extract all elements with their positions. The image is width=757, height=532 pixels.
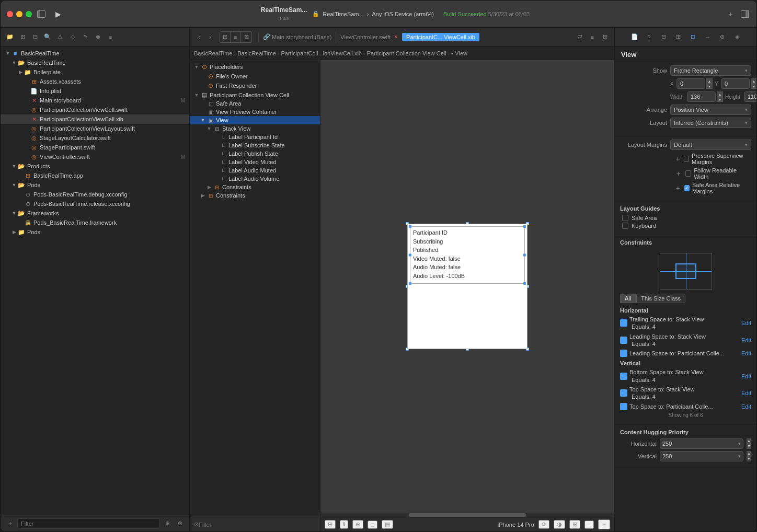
constraints-button[interactable]: ⊕: [352, 520, 363, 529]
inner-handle-ml[interactable]: [409, 254, 411, 257]
breadcrumb-item-5[interactable]: ▪ View: [451, 50, 467, 56]
outline-item-stackview[interactable]: ▼ ⊟ Stack View: [190, 124, 320, 133]
maximize-button[interactable]: [26, 11, 32, 17]
zoom-out-button[interactable]: −: [584, 521, 594, 529]
back-button[interactable]: ‹: [194, 32, 204, 42]
file-nav-button[interactable]: 📁: [5, 32, 15, 42]
w-up[interactable]: ▲: [717, 91, 723, 97]
preserve-superview-checkbox[interactable]: [684, 156, 689, 162]
tree-item-boilerplate[interactable]: ▶ 📁 Boilerplate: [1, 67, 189, 77]
breakpoint-nav-button[interactable]: ⊗: [93, 32, 103, 42]
constraint-edit-button[interactable]: Edit: [741, 373, 751, 379]
code-review-button[interactable]: ⇄: [575, 32, 585, 42]
quick-help-button[interactable]: ?: [644, 32, 655, 42]
outline-item-label-pid[interactable]: L Label Participant Id: [190, 133, 320, 141]
bindings-inspector-button[interactable]: ⊛: [717, 32, 728, 42]
inner-handle-tl[interactable]: [409, 225, 411, 228]
safe-area-checkbox[interactable]: ✓: [684, 185, 690, 191]
preview-button[interactable]: □: [368, 521, 377, 529]
right-sidebar-toggle[interactable]: [740, 9, 750, 19]
tree-item-pods-group[interactable]: ▼ 📂 Pods: [1, 180, 189, 190]
arrange-select[interactable]: Position View ▾: [670, 105, 751, 115]
width-stepper[interactable]: ▲ ▼: [717, 91, 723, 102]
outline-item-placeholders[interactable]: ▼ ⊙ Placeholders: [190, 62, 320, 72]
outline-item-filesowner[interactable]: ⊙ File's Owner: [190, 72, 320, 81]
connections-inspector-button[interactable]: →: [703, 32, 713, 42]
outline-item-constraints-inner[interactable]: ▶ ⊟ Constraints: [190, 183, 320, 191]
v-pri-down[interactable]: ▼: [747, 456, 751, 461]
horizontal-priority-select[interactable]: 250 ▾: [660, 438, 743, 449]
preserve-expand[interactable]: +: [674, 155, 681, 163]
v-priority-stepper[interactable]: ▲ ▼: [747, 451, 751, 461]
constraint-edit-button[interactable]: Edit: [741, 350, 751, 356]
appearance-button[interactable]: ◑: [554, 520, 565, 529]
y-stepper[interactable]: ▲ ▼: [751, 78, 756, 89]
list-view-button[interactable]: ≡: [231, 32, 241, 42]
tree-item-basicrealtime-root[interactable]: ▼ ■ BasicRealTime: [1, 49, 189, 58]
outline-item-view[interactable]: ▼ ▣ View: [190, 116, 320, 124]
w-down[interactable]: ▼: [717, 97, 723, 102]
symbol-nav-button[interactable]: ⊟: [30, 32, 40, 42]
source-control-button[interactable]: ⊞: [17, 32, 28, 42]
related-files[interactable]: 🔗 Main.storyboard (Base): [263, 33, 331, 40]
size-inspector-button[interactable]: ⊡: [688, 32, 698, 42]
follow-readable-checkbox[interactable]: [685, 170, 692, 177]
tree-item-pvc-swift[interactable]: ◎ ParticipantCollectionViewCell.swift: [1, 105, 189, 114]
tree-item-pods2[interactable]: ▶ 📁 Pods: [1, 227, 189, 237]
breadcrumb-item-4[interactable]: Participant Collection View Cell: [367, 50, 446, 56]
size-class-button[interactable]: ⊞: [569, 520, 580, 529]
add-file-button[interactable]: ＋: [5, 518, 15, 529]
attributes-inspector-button[interactable]: ⊞: [673, 32, 684, 42]
tree-item-release-config[interactable]: ⊙ Pods-BasicRealTime.release.xcconfig: [1, 199, 189, 209]
constraint-edit-button[interactable]: Edit: [741, 337, 751, 343]
close-button[interactable]: [7, 11, 13, 17]
layout-select[interactable]: Inferred (Constraints) ▾: [670, 118, 751, 128]
device-selector[interactable]: 🔒 RealTimeSam... › Any iOS Device (arm64…: [312, 10, 434, 17]
tree-item-slc-swift[interactable]: ◎ StageLayoutCalculator.swift: [1, 133, 189, 143]
tree-item-debug-config[interactable]: ⊙ Pods-BasicRealTime.debug.xcconfig: [1, 190, 189, 199]
safe-area-expand[interactable]: +: [674, 184, 682, 192]
h-pri-down[interactable]: ▼: [747, 444, 751, 449]
minimap-button[interactable]: ⊞: [600, 32, 610, 42]
info-button[interactable]: ℹ: [340, 520, 348, 529]
compare-view-button[interactable]: ⊠: [241, 32, 251, 42]
sidebar-toggle-button[interactable]: [36, 9, 47, 19]
breadcrumb-item-3[interactable]: ParticipantColl...ionViewCell.xib: [281, 50, 361, 56]
outline-item-cell[interactable]: ▼ ▤ Participant Collection View Cell: [190, 90, 320, 99]
find-button[interactable]: 🔍: [42, 32, 53, 42]
tree-item-sp-swift[interactable]: ◎ StageParticipant.swift: [1, 143, 189, 152]
filter-recent-button[interactable]: ⊗: [175, 518, 185, 529]
tree-item-pvcl-swift[interactable]: ◎ ParticipantCollectionViewLayout.swift: [1, 124, 189, 133]
run-button[interactable]: ▶: [51, 8, 65, 20]
x-up[interactable]: ▲: [706, 78, 713, 84]
tree-item-basicrealtime[interactable]: ▼ 📂 BasicRealTime: [1, 58, 189, 67]
constraint-edit-button[interactable]: Edit: [741, 403, 751, 410]
constraint-edit-button[interactable]: Edit: [741, 390, 751, 396]
tree-item-framework[interactable]: 🏛 Pods_BasicRealTime.framework: [1, 218, 189, 227]
tree-item-pvc-xib[interactable]: ✕ ParticipantCollectionViewCell.xib: [1, 114, 189, 124]
outline-item-label-pub[interactable]: L Label Publish State: [190, 149, 320, 158]
inner-handle-br[interactable]: [523, 282, 526, 285]
viewcontroller-tab[interactable]: ViewController.swift: [340, 34, 391, 40]
v-pri-up[interactable]: ▲: [747, 451, 751, 456]
tree-item-app[interactable]: ⊞ BasicRealTime.app: [1, 171, 189, 180]
x-down[interactable]: ▼: [706, 84, 713, 89]
h-priority-stepper[interactable]: ▲ ▼: [747, 438, 751, 449]
active-tab[interactable]: ParticipantC... ViewCell.xib: [402, 33, 479, 41]
width-field[interactable]: 136: [687, 91, 716, 102]
forward-button[interactable]: ›: [205, 32, 215, 42]
sidebar-filter-input[interactable]: [17, 518, 160, 529]
height-field[interactable]: 110: [744, 91, 756, 102]
constraint-edit-button[interactable]: Edit: [741, 320, 751, 326]
zoom-fit-button[interactable]: ⊞: [325, 520, 336, 529]
y-field[interactable]: 0: [721, 78, 750, 89]
y-up[interactable]: ▲: [751, 78, 756, 84]
test-nav-button[interactable]: ◇: [67, 32, 78, 42]
orientation-button[interactable]: ⟳: [538, 520, 549, 529]
safe-area-guide-checkbox[interactable]: [622, 215, 628, 221]
y-down[interactable]: ▼: [751, 84, 756, 89]
filter-options-button[interactable]: ⊕: [162, 518, 173, 529]
outline-filter-input[interactable]: [199, 522, 316, 528]
x-field[interactable]: 0: [676, 78, 705, 89]
add-button[interactable]: ＋: [725, 9, 736, 19]
